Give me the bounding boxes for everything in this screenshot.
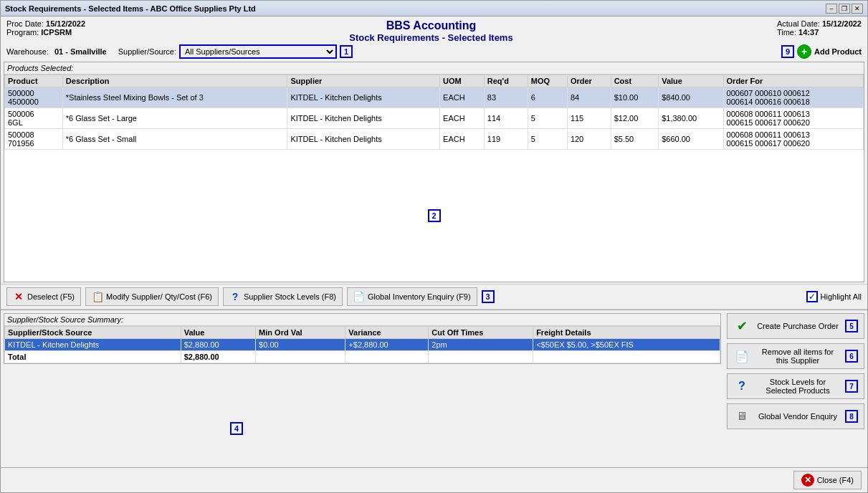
supplier-summary-wrapper: Supplier/Stock Source Summary: Supplier/…	[1, 310, 724, 467]
products-empty-area: 2	[4, 150, 864, 282]
cell-reqd: 83	[484, 87, 528, 108]
sum-cell-variance: +$2,880.00	[345, 339, 429, 351]
app-subtitle: Stock Requirements - Selected Items	[85, 32, 777, 43]
sum-total-label: Total	[5, 351, 181, 363]
supplier-stock-button[interactable]: ? Supplier Stock Levels (F8)	[223, 287, 343, 306]
modify-supplier-button[interactable]: 📋 Modify Supplier/ Qty/Cost (F6)	[85, 287, 219, 306]
minimize-button[interactable]: –	[826, 4, 837, 14]
col-order: Order	[567, 75, 611, 87]
col-description: Description	[62, 75, 287, 87]
header-right-meta: Actual Date: 15/12/2022 Time: 14:37	[777, 19, 862, 37]
cell-description: *6 Glass Set - Small	[62, 129, 287, 150]
action-bar-badge: 3	[482, 290, 495, 303]
title-bar: Stock Requirements - Selected Items - AB…	[1, 1, 867, 16]
cell-cost: $12.00	[611, 108, 659, 129]
add-product-circle-button[interactable]: +	[797, 44, 811, 59]
cell-moq: 6	[528, 87, 567, 108]
warehouse-label: Warehouse:	[6, 47, 49, 56]
cell-value: $1,380.00	[659, 108, 723, 129]
global-inventory-button[interactable]: 📄 Global Inventory Enquiry (F9)	[347, 287, 477, 306]
sum-cell-value: $2,880.00	[181, 339, 255, 351]
footer-bar: ✕ Close (F4)	[1, 467, 867, 492]
bottom-area: Supplier/Stock Source Summary: Supplier/…	[1, 310, 867, 467]
deselect-label: Deselect (F5)	[27, 292, 75, 301]
global-vendor-button[interactable]: 🖥 Global Vendor Enquiry 8	[727, 403, 864, 429]
highlight-all-button[interactable]: ✓ Highlight All	[806, 291, 862, 302]
close-window-button[interactable]: ✕	[852, 4, 863, 14]
global-vendor-badge: 8	[845, 410, 858, 423]
sum-col-min-ord: Min Ord Val	[256, 327, 345, 339]
window-controls: – ❐ ✕	[826, 4, 863, 14]
remove-items-badge: 6	[845, 350, 858, 363]
deselect-button[interactable]: ✕ Deselect (F5)	[6, 287, 81, 306]
close-icon: ✕	[801, 474, 814, 487]
cell-uom: EACH	[440, 108, 485, 129]
cell-description: *6 Glass Set - Large	[62, 108, 287, 129]
window-title: Stock Requirements - Selected Items - AB…	[5, 4, 256, 13]
cell-uom: EACH	[440, 87, 485, 108]
highlight-all-label: Highlight All	[821, 292, 862, 301]
remove-items-label: Remove all items for this Supplier	[755, 348, 841, 365]
remove-items-button[interactable]: 📄 Remove all items for this Supplier 6	[727, 343, 864, 369]
supplier-summary-total-row: Total $2,880.00	[5, 351, 720, 363]
add-product-area: 9 + Add Product	[781, 44, 862, 59]
warehouse-info: Warehouse: 01 - Smallville	[6, 47, 107, 56]
col-order-for: Order For	[723, 75, 863, 87]
header-left-meta: Proc Date: 15/12/2022 Program: ICPSRM	[6, 19, 85, 37]
cell-value: $840.00	[659, 87, 723, 108]
cell-order: 115	[567, 108, 611, 129]
action-bar: ✕ Deselect (F5) 📋 Modify Supplier/ Qty/C…	[1, 284, 867, 310]
sum-total-value: $2,880.00	[181, 351, 255, 363]
col-supplier: Supplier	[287, 75, 440, 87]
action-bar-right: ✓ Highlight All	[806, 291, 862, 302]
modify-label: Modify Supplier/ Qty/Cost (F6)	[106, 292, 212, 301]
app-title: BBS Accounting	[85, 19, 777, 32]
restore-button[interactable]: ❐	[839, 4, 850, 14]
table-row[interactable]: 5000004500000 *Stainless Steel Mixing Bo…	[5, 87, 864, 108]
cell-description: *Stainless Steel Mixing Bowls - Set of 3	[62, 87, 287, 108]
cell-order: 120	[567, 129, 611, 150]
supplier-source-label: Supplier/Source:	[118, 47, 176, 56]
sum-col-cutoff: Cut Off Times	[429, 327, 533, 339]
global-vendor-label: Global Vendor Enquiry	[755, 412, 841, 421]
highlight-all-checkbox[interactable]: ✓	[806, 291, 818, 302]
proc-date-label: Proc Date:	[6, 19, 44, 28]
supplier-source-select[interactable]: All Suppliers/Sources	[179, 44, 337, 59]
header-meta-row: Warehouse: 01 - Smallville Supplier/Sour…	[6, 44, 862, 59]
cell-product: 5000004500000	[5, 87, 63, 108]
create-purchase-icon: ✔	[733, 317, 750, 335]
cell-reqd: 114	[484, 108, 528, 129]
modify-icon: 📋	[92, 291, 103, 302]
close-label: Close (F4)	[817, 476, 854, 484]
col-value: Value	[659, 75, 723, 87]
sum-col-supplier: Supplier/Stock Source	[5, 327, 181, 339]
table-row[interactable]: 500008701956 *6 Glass Set - Small KITDEL…	[5, 129, 864, 150]
create-purchase-label: Create Purchase Order	[755, 322, 841, 330]
col-product: Product	[5, 75, 63, 87]
cell-order-for: 000608 000611 000613000615 000617 000620	[723, 129, 863, 150]
supplier-summary-title: Supplier/Stock Source Summary:	[4, 314, 720, 326]
sum-total-cutoff	[429, 351, 533, 363]
main-window: Stock Requirements - Selected Items - AB…	[0, 0, 868, 493]
supplier-summary-section: Supplier/Stock Source Summary: Supplier/…	[4, 313, 721, 364]
table-row[interactable]: 5000066GL *6 Glass Set - Large KITDEL - …	[5, 108, 864, 129]
products-section: Products Selected: Product Description S…	[4, 62, 864, 282]
cell-reqd: 119	[484, 129, 528, 150]
create-purchase-button[interactable]: ✔ Create Purchase Order 5	[727, 313, 864, 339]
sum-cell-cutoff: 2pm	[429, 339, 533, 351]
add-product-badge: 9	[781, 45, 794, 58]
supplier-summary-row[interactable]: KITDEL - Kitchen Delights $2,880.00 $0.0…	[5, 339, 720, 351]
stock-levels-button[interactable]: ? Stock Levels for Selected Products 7	[727, 373, 864, 399]
close-button[interactable]: ✕ Close (F4)	[793, 471, 862, 489]
supplier-summary-table: Supplier/Stock Source Value Min Ord Val …	[4, 326, 720, 363]
warehouse-supplier-row: Warehouse: 01 - Smallville Supplier/Sour…	[6, 44, 353, 59]
sum-col-freight: Freight Details	[533, 327, 720, 339]
sum-total-min	[256, 351, 345, 363]
summary-badge: 4	[230, 422, 243, 435]
products-area-badge: 2	[428, 209, 441, 222]
cell-uom: EACH	[440, 129, 485, 150]
remove-items-icon: 📄	[733, 348, 750, 365]
add-product-label: Add Product	[814, 47, 862, 56]
cell-supplier: KITDEL - Kitchen Delights	[287, 108, 440, 129]
sum-total-freight	[533, 351, 720, 363]
